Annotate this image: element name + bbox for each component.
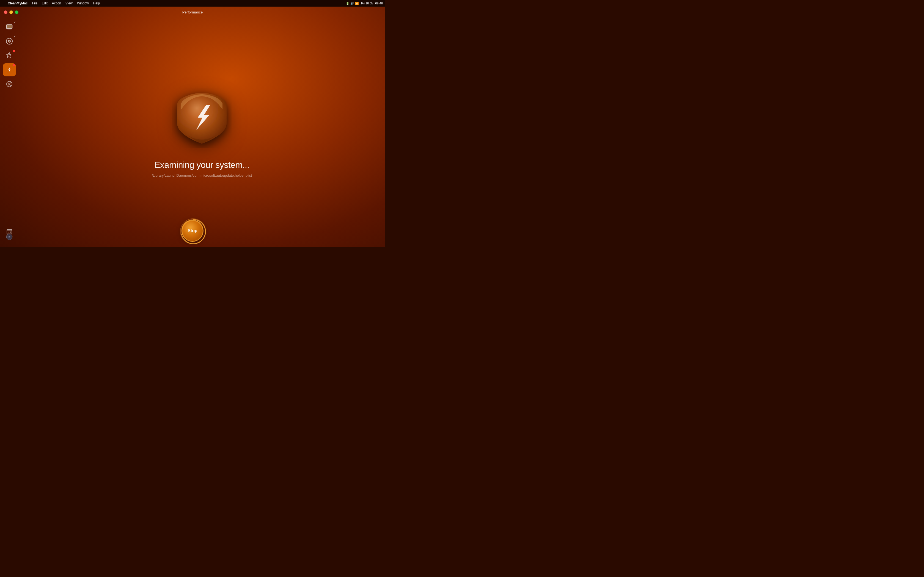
svg-point-6 [9,41,10,42]
menubar-right: 🔋 🔊 📶 Fri 18 Oct 09:48 [346,0,383,6]
check-icon-2: ✓ [13,35,16,38]
sidebar-item-account[interactable] [3,230,16,243]
account-icon [5,233,13,241]
svg-rect-2 [7,29,11,29]
menubar: CleanMyMac File Edit Action View Window … [0,0,385,6]
stop-button-container: Stop [181,220,204,242]
scanning-path: /Library/LaunchDaemons/com.microsoft.aut… [152,173,252,177]
notification-badge [13,50,15,52]
window-title: Performance [183,10,203,14]
svg-point-18 [9,237,10,237]
performance-badge-icon [171,87,232,148]
performance-badge-container [171,87,232,149]
sidebar-item-extensions[interactable] [3,49,16,62]
extensions-icon [5,52,13,60]
stop-button[interactable]: Stop [181,220,204,242]
maximize-button[interactable] [15,10,18,14]
menubar-datetime: Fri 18 Oct 09:48 [361,2,383,5]
main-content: Examining your system... /Library/Launch… [19,18,385,247]
scanning-title: Examining your system... [154,160,249,170]
minimize-button[interactable] [9,10,13,14]
svg-rect-3 [7,25,12,28]
updater-icon [5,80,13,88]
sidebar: ✓ ✓ [0,18,19,247]
action-menu[interactable]: Action [52,2,61,5]
privacy-icon [5,37,13,45]
menubar-left: CleanMyMac File Edit Action View Window … [2,2,100,5]
window-menu[interactable]: Window [77,2,89,5]
notification-badge-2 [13,64,15,66]
view-menu[interactable]: View [65,2,73,5]
sidebar-item-performance[interactable] [3,63,16,76]
window-controls [4,10,18,14]
menubar-icons: 🔋 🔊 📶 [346,2,359,5]
smartcare-icon [5,23,13,31]
sidebar-item-updater[interactable] [3,77,16,91]
app-name-menu[interactable]: CleanMyMac [8,2,28,5]
titlebar: Performance [0,6,385,18]
edit-menu[interactable]: Edit [42,2,48,5]
performance-icon [5,66,13,74]
svg-marker-7 [8,67,10,73]
sidebar-item-privacy[interactable]: ✓ [3,35,16,48]
file-menu[interactable]: File [32,2,37,5]
check-icon: ✓ [13,21,16,24]
app-window: Performance ✓ ✓ [0,6,385,247]
help-menu[interactable]: Help [93,2,100,5]
svg-rect-11 [7,229,12,230]
sidebar-item-smartcare[interactable]: ✓ [3,20,16,34]
close-button[interactable] [4,10,7,14]
progress-ring-icon [180,218,207,245]
